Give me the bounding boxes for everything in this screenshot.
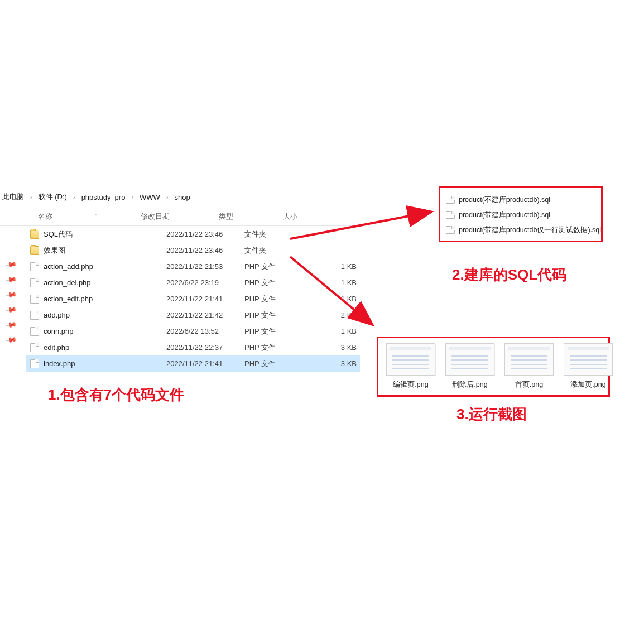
file-date: 2022/11/22 21:41: [166, 359, 244, 368]
file-name-cell: action_del.php: [26, 278, 166, 287]
file-row[interactable]: conn.php2022/6/22 13:52PHP 文件1 KB: [26, 323, 360, 339]
breadcrumb-item[interactable]: phpstudy_pro: [80, 192, 127, 203]
file-type: PHP 文件: [244, 278, 309, 288]
file-row[interactable]: add.php2022/11/22 21:42PHP 文件2 KB: [26, 307, 360, 323]
breadcrumb[interactable]: 此电脑 › 软件 (D:) › phpstudy_pro › WWW › sho…: [0, 190, 191, 204]
folder-icon: [30, 246, 39, 255]
file-date: 2022/6/22 23:19: [166, 278, 244, 287]
annotation-1: 1.包含有7个代码文件: [48, 385, 184, 405]
file-date: 2022/11/22 23:46: [166, 246, 244, 254]
file-type: PHP 文件: [244, 262, 309, 272]
thumbnail-item[interactable]: 首页.png: [504, 343, 554, 393]
file-date: 2022/11/22 21:53: [166, 262, 244, 271]
file-icon: [30, 327, 39, 336]
file-name-cell: index.php: [26, 359, 166, 368]
thumbnail-preview: [564, 343, 613, 376]
file-name-cell: SQL代码: [26, 229, 166, 239]
breadcrumb-item[interactable]: WWW: [138, 192, 161, 203]
file-icon: [30, 295, 39, 304]
file-icon: [30, 343, 39, 352]
file-name-cell: 效果图: [26, 246, 166, 256]
file-icon: [30, 278, 39, 287]
column-size[interactable]: 大小: [278, 208, 334, 225]
file-name-cell: add.php: [26, 311, 166, 320]
file-date: 2022/11/22 22:37: [166, 343, 244, 352]
thumbnail-item[interactable]: 编辑页.png: [386, 343, 435, 393]
file-name-cell: edit.php: [26, 343, 166, 352]
breadcrumb-item[interactable]: 软件 (D:): [37, 191, 68, 203]
file-icon: [446, 211, 455, 219]
file-row[interactable]: index.php2022/11/22 21:41PHP 文件3 KB: [26, 355, 360, 372]
file-row[interactable]: action_add.php2022/11/22 21:53PHP 文件1 KB: [26, 258, 360, 275]
file-name: action_edit.php: [44, 295, 93, 303]
chevron-right-icon: ›: [27, 194, 36, 200]
sql-file-item[interactable]: product(带建库productdb).sql: [446, 210, 595, 220]
file-type: PHP 文件: [244, 326, 309, 337]
file-name-cell: action_edit.php: [26, 295, 166, 304]
file-size: 1 KB: [309, 327, 364, 335]
thumbnail-caption: 首页.png: [515, 380, 543, 390]
annotation-2: 2.建库的SQL代码: [452, 265, 566, 285]
chevron-right-icon: ›: [128, 194, 137, 200]
file-name: 效果图: [44, 246, 65, 256]
file-date: 2022/6/22 13:52: [166, 327, 244, 335]
column-name[interactable]: 名称 ˄: [0, 208, 136, 225]
file-icon: [30, 311, 39, 320]
file-size: 1 KB: [309, 295, 364, 303]
screenshots-box: 编辑页.png 删除后.png 首页.png 添加页.png: [377, 337, 610, 397]
file-size: 3 KB: [309, 343, 364, 352]
thumbnail-item[interactable]: 删除后.png: [445, 343, 494, 393]
thumbnail-item[interactable]: 添加页.png: [564, 343, 613, 393]
file-size: 2 KB: [309, 311, 364, 319]
sql-file-item[interactable]: product(不建库productdb).sql: [446, 195, 595, 205]
thumbnail-preview: [386, 343, 435, 376]
column-type[interactable]: 类型: [214, 208, 278, 225]
file-date: 2022/11/22 21:41: [166, 295, 244, 303]
file-name: action_add.php: [44, 262, 93, 271]
file-icon: [446, 226, 455, 234]
file-type: PHP 文件: [244, 359, 309, 369]
file-row[interactable]: SQL代码2022/11/22 23:46文件夹: [26, 226, 360, 242]
sql-files-box: product(不建库productdb).sql product(带建库pro…: [439, 186, 603, 242]
file-type: 文件夹: [244, 229, 309, 239]
file-date: 2022/11/22 21:42: [166, 311, 244, 319]
chevron-right-icon: ›: [163, 194, 172, 200]
thumbnail-preview: [504, 343, 554, 376]
breadcrumb-item[interactable]: shop: [174, 192, 191, 203]
file-size: 3 KB: [309, 359, 364, 368]
file-explorer: 名称 ˄ 修改日期 类型 大小 SQL代码2022/11/22 23:46文件夹…: [0, 208, 360, 372]
column-headers: 名称 ˄ 修改日期 类型 大小: [0, 208, 360, 226]
file-row[interactable]: action_edit.php2022/11/22 21:41PHP 文件1 K…: [26, 291, 360, 307]
sql-file-name: product(带建库productdb).sql: [459, 210, 550, 220]
file-rows: SQL代码2022/11/22 23:46文件夹效果图2022/11/22 23…: [26, 226, 360, 372]
file-type: 文件夹: [244, 246, 309, 256]
chevron-right-icon: ›: [70, 194, 79, 200]
file-row[interactable]: edit.php2022/11/22 22:37PHP 文件3 KB: [26, 339, 360, 355]
file-size: 1 KB: [309, 278, 364, 287]
file-date: 2022/11/22 23:46: [166, 230, 244, 238]
file-name-cell: conn.php: [26, 327, 166, 336]
file-type: PHP 文件: [244, 343, 309, 353]
thumbnail-preview: [445, 343, 494, 376]
file-name: conn.php: [44, 327, 74, 335]
file-icon: [446, 196, 455, 204]
file-type: PHP 文件: [244, 310, 309, 320]
file-icon: [30, 262, 39, 271]
column-name-label: 名称: [38, 212, 52, 222]
annotation-3: 3.运行截图: [456, 405, 527, 424]
file-size: 1 KB: [309, 262, 364, 271]
file-name: action_del.php: [44, 278, 91, 287]
sort-caret-icon: ˄: [95, 213, 98, 219]
sql-file-name: product(不建库productdb).sql: [459, 195, 550, 205]
folder-icon: [30, 230, 39, 239]
breadcrumb-item[interactable]: 此电脑: [1, 191, 25, 203]
sql-file-item[interactable]: product(带建库productdb仅一行测试数据).sql: [446, 225, 595, 235]
file-row[interactable]: 效果图2022/11/22 23:46文件夹: [26, 242, 360, 258]
file-name: index.php: [44, 359, 75, 368]
file-icon: [30, 359, 39, 368]
file-name: SQL代码: [44, 229, 73, 239]
column-date[interactable]: 修改日期: [136, 208, 214, 225]
sql-file-name: product(带建库productdb仅一行测试数据).sql: [459, 225, 601, 235]
file-name: edit.php: [44, 343, 69, 352]
file-row[interactable]: action_del.php2022/6/22 23:19PHP 文件1 KB: [26, 275, 360, 291]
